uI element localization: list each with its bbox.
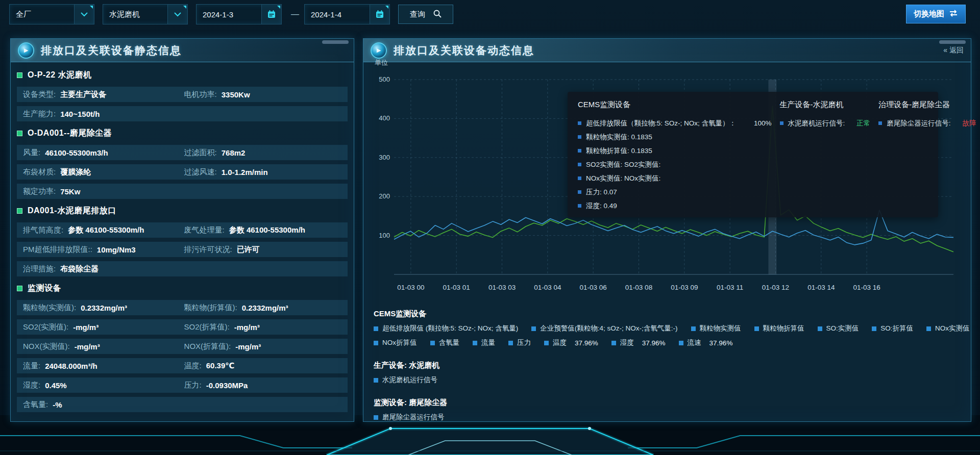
field-value: 参数 46100-55300m/h <box>68 225 144 235</box>
field-value: 46100-55300m3/h <box>45 148 108 157</box>
legend-label: 湿度 <box>620 338 634 347</box>
info-row: 风量:46100-55300m3/h过滤面积:768m2 <box>17 145 348 160</box>
svg-text:01-03 14: 01-03 14 <box>807 284 835 291</box>
field-label: 排气筒高度: <box>23 225 63 235</box>
back-link[interactable]: « 返回 <box>943 46 964 55</box>
field-label: 湿度: <box>23 381 40 390</box>
legend-item[interactable]: 水泥磨机运行信号 <box>374 375 437 385</box>
start-date-picker[interactable]: 2024-1-3 <box>196 4 282 24</box>
signal-label: 水泥磨机运行信号: <box>788 119 845 128</box>
legend-label: NOx实测值 <box>935 324 970 333</box>
field-label: 设备类型: <box>23 90 56 99</box>
bullet-icon <box>578 204 581 208</box>
legend-value: 37.96% <box>575 339 598 347</box>
legend-label: 温度 <box>553 338 567 347</box>
tooltip-item: 超低排放限值（颗拉物:5: SOz-; NOx; 含氧量）：100% <box>578 116 772 130</box>
legend-label: 水泥磨机运行信号 <box>382 375 437 385</box>
field-label: 电机功率: <box>184 90 217 99</box>
tooltip-treatment-column: 治理设备-磨尾除尘器 磨尾除尘器运行信号: 故障 <box>878 100 976 209</box>
swap-arrows-icon <box>949 10 958 18</box>
svg-text:01-03 04: 01-03 04 <box>534 284 561 291</box>
legend-item[interactable]: 企业预警值(颗粒物:4; sOz-; NOx-;含氧气量:-) <box>531 324 677 333</box>
calendar-icon[interactable] <box>370 5 389 24</box>
tooltip-production-title: 生产设备-水泥磨机 <box>780 100 871 110</box>
field-label: SO2(实测值): <box>23 322 68 332</box>
legend-item[interactable]: 湿度37.96% <box>611 338 666 347</box>
field-value: 已许可 <box>237 245 260 255</box>
tooltip-item: 湿度: 0.49 <box>578 199 772 213</box>
legend-row-1: 超低排放限值 (颗拉物:5: SOz-; NOx; 含氧量)企业预警值(颗粒物:… <box>374 324 961 333</box>
svg-text:400: 400 <box>379 114 390 122</box>
legend-monitor-items: 磨尾除尘器运行信号 <box>374 413 961 422</box>
chart-tooltip: CEMS监测设备 超低排放限值（颗拉物:5: SOz-; NOx; 含氧量）：1… <box>568 92 938 217</box>
field-label: 颗粒物(折算值): <box>184 303 237 313</box>
field-value: -mg/m³ <box>234 323 260 332</box>
legend-item[interactable]: SO:折算值 <box>872 324 913 333</box>
tooltip-item-value: 100% <box>754 119 772 127</box>
info-row: NOX(实测值):-mg/m³NOX(折算值):-mg/m³ <box>17 339 348 354</box>
switch-map-label: 切换地图 <box>914 9 944 19</box>
tooltip-item: 压力: 0.07 <box>578 185 772 199</box>
tooltip-item-label: 颗粒物实测值: 0.1835 <box>586 133 652 142</box>
svg-text:300: 300 <box>379 154 390 161</box>
info-row: 排气筒高度:参数 46100-55300m/h废气处理量:参数 46100-55… <box>17 222 348 238</box>
field-label: 温度: <box>184 361 202 371</box>
field-label: NOX(实测值): <box>23 342 70 351</box>
field-label: 过滤风速: <box>184 167 217 177</box>
static-info-panel: ▶ 排放口及关联设备静态信息 O-P-22 水泥磨机设备类型:主要生产设备电机功… <box>10 38 354 422</box>
field-value: 0.2332mg/m³ <box>81 304 127 312</box>
chevron-down-icon[interactable] <box>167 5 187 24</box>
legend-item[interactable]: 颗粒物折算值 <box>754 324 804 333</box>
legend-item[interactable]: 磨尾除尘器运行信号 <box>374 413 445 422</box>
svg-text:01-03 09: 01-03 09 <box>671 284 698 291</box>
scrollbar-thumb[interactable] <box>939 40 966 44</box>
calendar-icon[interactable] <box>261 5 281 24</box>
plant-select[interactable]: 全厂 <box>9 4 94 24</box>
field-label: 颗粒物(实测值): <box>23 303 76 313</box>
query-button[interactable]: 查询 <box>398 5 453 24</box>
tooltip-item: NOx实测值: NOx实测值: <box>578 171 772 185</box>
bullet-icon <box>578 121 581 125</box>
field-label: NOX(折算值): <box>184 342 231 351</box>
legend-label: 企业预警值(颗粒物:4; sOz-; NOx-;含氧气量:-) <box>540 324 677 333</box>
legend-item[interactable]: 超低排放限值 (颗拉物:5: SOz-; NOx; 含氧量) <box>374 324 518 333</box>
info-row: 颗粒物(实测值):0.2332mg/m³颗粒物(折算值):0.2332mg/m³ <box>17 300 348 315</box>
info-row: 设备类型:主要生产设备电机功率:3350Kw <box>17 87 348 102</box>
legend-label: 流速 <box>688 338 701 347</box>
legend-item[interactable]: 温度37.96% <box>544 338 598 347</box>
legend-item[interactable]: 流速37.96% <box>679 338 733 347</box>
tooltip-treatment-title: 治理设备-磨尾除尘器 <box>878 100 976 110</box>
field-label: 额定功率: <box>23 187 56 196</box>
legend-item[interactable]: 压力 <box>508 338 531 347</box>
legend-bullet-icon <box>926 326 931 331</box>
legend-item[interactable]: 流量 <box>473 338 495 347</box>
end-date-picker[interactable]: 2024-1-4 <box>304 4 390 24</box>
tooltip-item: SO2实测值: SO2实测值: <box>578 158 772 171</box>
device-select[interactable]: 水泥磨机 <box>103 4 188 24</box>
legend-bullet-icon <box>691 326 696 331</box>
legend-item[interactable]: NOx折算值 <box>374 338 417 347</box>
switch-map-button[interactable]: 切换地图 <box>906 5 966 23</box>
bullet-icon <box>578 135 581 139</box>
legend-label: 含氧量 <box>439 338 460 347</box>
field-value: 1.0-1.2m/min <box>222 168 268 176</box>
svg-text:01-03 16: 01-03 16 <box>853 284 880 291</box>
section-header: O-DA001--磨尾除尘器 <box>17 125 348 141</box>
field-label: 治理措施: <box>23 264 56 274</box>
scrollbar-thumb[interactable] <box>322 40 349 44</box>
legend-bullet-icon <box>754 326 759 331</box>
legend-label: SO:实测值 <box>826 324 859 333</box>
green-square-icon <box>17 72 22 78</box>
chevron-down-icon[interactable] <box>74 5 94 24</box>
field-label: SO2(折算值): <box>184 322 230 332</box>
legend-item[interactable]: NOx实测值 <box>926 324 970 333</box>
legend-label: 颗粒物实测值 <box>700 324 741 333</box>
static-info-header: ▶ 排放口及关联设备静态信息 <box>11 39 354 62</box>
legend-item[interactable]: 含氧量 <box>430 338 460 347</box>
legend-item[interactable]: 颗粒物实测值 <box>691 324 741 333</box>
field-label: 布袋材质: <box>23 167 56 177</box>
svg-text:200: 200 <box>379 192 390 200</box>
legend-item[interactable]: SO:实测值 <box>818 324 859 333</box>
field-value: 布袋除尘器 <box>60 264 99 274</box>
tooltip-cems-column: CEMS监测设备 超低排放限值（颗拉物:5: SOz-; NOx; 含氧量）：1… <box>578 100 772 209</box>
